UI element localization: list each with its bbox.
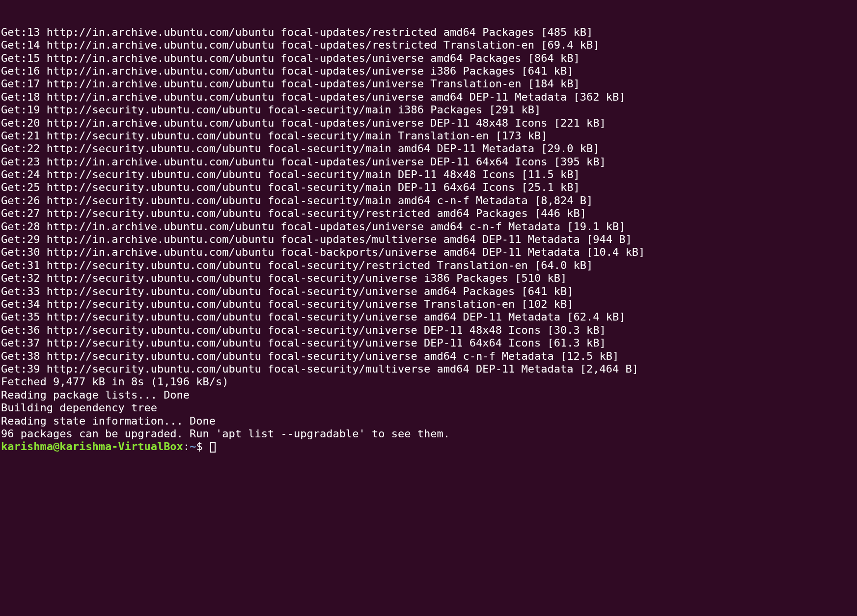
output-line: Get:16 http://in.archive.ubuntu.com/ubun… bbox=[1, 65, 856, 78]
output-line: Get:22 http://security.ubuntu.com/ubuntu… bbox=[1, 142, 856, 155]
output-line: Get:25 http://security.ubuntu.com/ubuntu… bbox=[1, 181, 856, 194]
output-line: Get:24 http://security.ubuntu.com/ubuntu… bbox=[1, 168, 856, 181]
prompt-colon: : bbox=[183, 440, 190, 453]
prompt-line[interactable]: karishma@karishma-VirtualBox:~$ bbox=[1, 440, 856, 453]
output-line: Get:21 http://security.ubuntu.com/ubuntu… bbox=[1, 130, 856, 142]
output-line: Get:26 http://security.ubuntu.com/ubuntu… bbox=[1, 194, 856, 207]
output-line: Get:17 http://in.archive.ubuntu.com/ubun… bbox=[1, 78, 856, 90]
terminal-output[interactable]: Get:13 http://in.archive.ubuntu.com/ubun… bbox=[0, 0, 857, 466]
output-line: Fetched 9,477 kB in 8s (1,196 kB/s) bbox=[1, 375, 856, 388]
output-line: Get:14 http://in.archive.ubuntu.com/ubun… bbox=[1, 39, 856, 52]
output-line: Get:30 http://in.archive.ubuntu.com/ubun… bbox=[1, 246, 856, 259]
output-line: Building dependency tree bbox=[1, 402, 856, 414]
output-line: Get:36 http://security.ubuntu.com/ubuntu… bbox=[1, 324, 856, 337]
output-line: Get:37 http://security.ubuntu.com/ubuntu… bbox=[1, 337, 856, 349]
output-line: Get:34 http://security.ubuntu.com/ubuntu… bbox=[1, 298, 856, 311]
output-line: Get:33 http://security.ubuntu.com/ubuntu… bbox=[1, 285, 856, 298]
output-line: Reading package lists... Done bbox=[1, 389, 856, 402]
output-line: Get:38 http://security.ubuntu.com/ubuntu… bbox=[1, 350, 856, 363]
output-line: Get:29 http://in.archive.ubuntu.com/ubun… bbox=[1, 233, 856, 246]
cursor-icon bbox=[210, 442, 216, 453]
output-line: Get:32 http://security.ubuntu.com/ubuntu… bbox=[1, 272, 856, 285]
output-line: Get:18 http://in.archive.ubuntu.com/ubun… bbox=[1, 91, 856, 104]
prompt-path: ~ bbox=[190, 440, 196, 453]
output-line: Get:27 http://security.ubuntu.com/ubuntu… bbox=[1, 207, 856, 220]
output-line: Get:31 http://security.ubuntu.com/ubuntu… bbox=[1, 259, 856, 272]
output-line: Get:15 http://in.archive.ubuntu.com/ubun… bbox=[1, 52, 856, 65]
output-line: Get:39 http://security.ubuntu.com/ubuntu… bbox=[1, 363, 856, 375]
prompt-user-host: karishma@karishma-VirtualBox bbox=[1, 440, 183, 453]
output-line: Reading state information... Done bbox=[1, 415, 856, 428]
output-line: Get:13 http://in.archive.ubuntu.com/ubun… bbox=[1, 26, 856, 39]
output-line: Get:23 http://in.archive.ubuntu.com/ubun… bbox=[1, 156, 856, 168]
prompt-symbol: $ bbox=[196, 440, 209, 453]
output-line: 96 packages can be upgraded. Run 'apt li… bbox=[1, 428, 856, 440]
output-line: Get:28 http://in.archive.ubuntu.com/ubun… bbox=[1, 220, 856, 233]
output-line: Get:35 http://security.ubuntu.com/ubuntu… bbox=[1, 311, 856, 323]
output-line: Get:19 http://security.ubuntu.com/ubuntu… bbox=[1, 104, 856, 116]
output-line: Get:20 http://in.archive.ubuntu.com/ubun… bbox=[1, 117, 856, 130]
